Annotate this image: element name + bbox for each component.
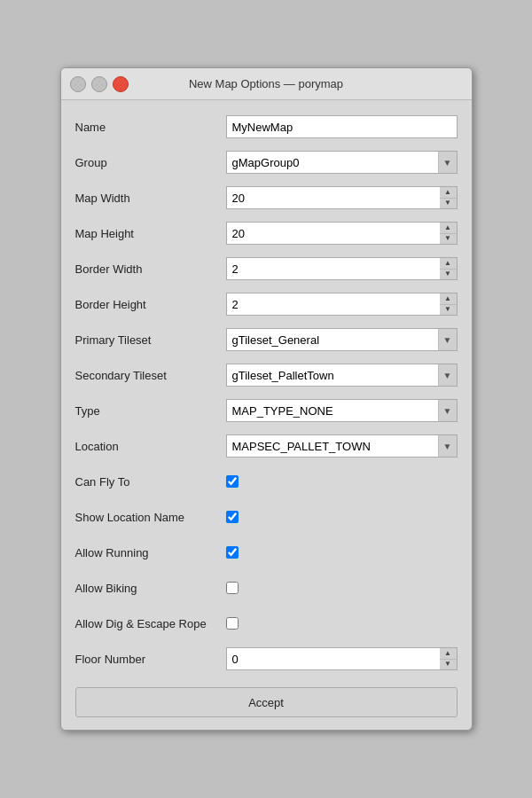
title-bar: − ⧉ × New Map Options — porymap [61,68,472,100]
location-row: Location MAPSEC_PALLET_TOWN ▼ [75,432,458,460]
map-height-label: Map Height [75,227,226,240]
name-row: Name [75,113,458,141]
primary-tileset-control: gTileset_General ▼ [226,328,458,351]
map-height-increment-button[interactable]: ▲ [440,223,457,234]
show-location-name-label: Show Location Name [75,511,226,524]
secondary-tileset-select-wrapper: gTileset_PalletTown ▼ [226,364,458,387]
show-location-name-checkbox[interactable] [226,511,239,523]
allow-dig-escape-rope-label: Allow Dig & Escape Rope [75,617,226,630]
group-control: gMapGroup0 ▼ [226,151,458,174]
map-width-control: ▲ ▼ [226,186,458,209]
name-label: Name [75,121,226,134]
location-control: MAPSEC_PALLET_TOWN ▼ [226,434,458,458]
close-button[interactable]: × [113,76,129,92]
floor-number-input[interactable] [226,647,458,670]
allow-biking-label: Allow Biking [75,582,226,595]
map-height-spinner-buttons: ▲ ▼ [440,222,458,245]
type-select-wrapper: MAP_TYPE_NONE ▼ [226,399,458,422]
border-height-spinner-buttons: ▲ ▼ [440,293,458,316]
main-window: − ⧉ × New Map Options — porymap Name Gro… [60,67,473,731]
border-height-decrement-button[interactable]: ▼ [440,305,457,316]
can-fly-to-control [226,475,458,488]
border-height-input[interactable] [226,293,458,316]
floor-number-row: Floor Number ▲ ▼ [75,645,458,673]
floor-number-label: Floor Number [75,653,226,666]
minimize-button[interactable]: − [70,76,86,92]
allow-running-checkbox[interactable] [226,546,239,559]
location-label: Location [75,440,226,453]
border-width-control: ▲ ▼ [226,257,458,280]
map-width-decrement-button[interactable]: ▼ [440,199,457,209]
can-fly-to-row: Can Fly To [75,467,458,496]
border-height-spinner-wrapper: ▲ ▼ [226,293,458,316]
primary-tileset-select[interactable]: gTileset_General [226,328,458,351]
map-width-label: Map Width [75,192,226,205]
window-title: New Map Options — porymap [129,77,404,90]
maximize-button[interactable]: ⧉ [91,76,107,92]
border-height-row: Border Height ▲ ▼ [75,290,458,318]
floor-number-increment-button[interactable]: ▲ [440,648,457,660]
map-height-input[interactable] [226,222,458,245]
border-width-spinner-wrapper: ▲ ▼ [226,257,458,280]
border-width-increment-button[interactable]: ▲ [440,258,457,270]
border-width-spinner-buttons: ▲ ▼ [440,257,458,280]
name-control [226,115,458,138]
allow-dig-escape-rope-checkbox[interactable] [226,617,239,630]
can-fly-to-checkbox[interactable] [226,475,239,488]
map-width-input[interactable] [226,186,458,209]
allow-running-row: Allow Running [75,538,458,567]
name-input[interactable] [226,115,458,138]
map-width-spinner-wrapper: ▲ ▼ [226,186,458,209]
secondary-tileset-label: Secondary Tileset [75,369,226,382]
map-width-spinner-buttons: ▲ ▼ [440,186,458,209]
title-bar-controls: − ⧉ × [70,76,129,92]
border-width-label: Border Width [75,262,226,276]
border-width-input[interactable] [226,257,458,280]
location-select[interactable]: MAPSEC_PALLET_TOWN [226,434,458,458]
allow-biking-row: Allow Biking [75,574,458,602]
border-height-increment-button[interactable]: ▲ [440,293,457,305]
floor-number-spinner-buttons: ▲ ▼ [440,647,458,670]
border-width-row: Border Width ▲ ▼ [75,254,458,283]
group-label: Group [75,156,226,169]
floor-number-control: ▲ ▼ [226,647,458,670]
show-location-name-control [226,511,458,523]
map-width-increment-button[interactable]: ▲ [440,187,457,199]
secondary-tileset-control: gTileset_PalletTown ▼ [226,364,458,387]
floor-number-spinner-wrapper: ▲ ▼ [226,647,458,670]
border-height-control: ▲ ▼ [226,293,458,316]
allow-dig-escape-rope-control [226,617,458,630]
map-height-decrement-button[interactable]: ▼ [440,234,457,245]
map-height-spinner-wrapper: ▲ ▼ [226,222,458,245]
allow-running-label: Allow Running [75,546,226,559]
border-height-label: Border Height [75,298,226,311]
primary-tileset-label: Primary Tileset [75,333,226,347]
primary-tileset-select-wrapper: gTileset_General ▼ [226,328,458,351]
form-content: Name Group gMapGroup0 ▼ Map Width [61,100,472,730]
show-location-name-row: Show Location Name [75,503,458,531]
type-control: MAP_TYPE_NONE ▼ [226,399,458,422]
secondary-tileset-select[interactable]: gTileset_PalletTown [226,364,458,387]
type-select[interactable]: MAP_TYPE_NONE [226,399,458,422]
group-row: Group gMapGroup0 ▼ [75,148,458,176]
allow-biking-checkbox[interactable] [226,582,239,594]
primary-tileset-row: Primary Tileset gTileset_General ▼ [75,325,458,354]
group-select-wrapper: gMapGroup0 ▼ [226,151,458,174]
allow-dig-escape-rope-row: Allow Dig & Escape Rope [75,609,458,638]
map-height-row: Map Height ▲ ▼ [75,219,458,247]
accept-button[interactable]: Accept [75,687,458,717]
map-width-row: Map Width ▲ ▼ [75,184,458,212]
type-row: Type MAP_TYPE_NONE ▼ [75,396,458,425]
allow-biking-control [226,582,458,594]
border-width-decrement-button[interactable]: ▼ [440,270,457,280]
floor-number-decrement-button[interactable]: ▼ [440,660,457,670]
group-select[interactable]: gMapGroup0 [226,151,458,174]
can-fly-to-label: Can Fly To [75,475,226,489]
location-select-wrapper: MAPSEC_PALLET_TOWN ▼ [226,434,458,458]
type-label: Type [75,404,226,418]
allow-running-control [226,546,458,559]
map-height-control: ▲ ▼ [226,222,458,245]
secondary-tileset-row: Secondary Tileset gTileset_PalletTown ▼ [75,361,458,389]
